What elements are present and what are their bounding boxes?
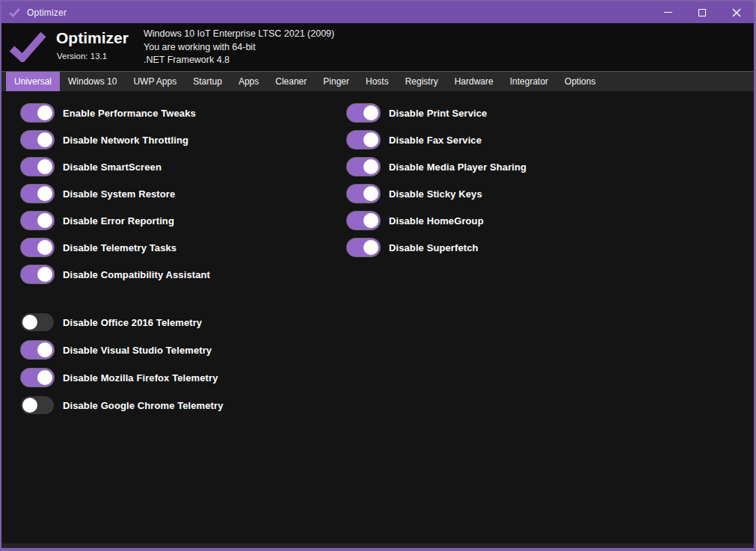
toggle-row: Disable Compatibility Assistant [21,265,210,283]
toggle-knob [37,267,52,282]
toggle-label: Disable Compatibility Assistant [63,269,210,280]
toggle-label: Disable Mozilla Firefox Telemetry [63,372,218,384]
toggle-knob [363,240,378,255]
toggle-knob [363,105,378,120]
minimize-icon [664,12,672,13]
toggle-row: Disable Error Reporting [21,212,210,230]
tab-startup[interactable]: Startup [185,72,230,91]
minimize-button[interactable] [651,1,685,23]
tweaks-group-primary: Enable Performance Tweaks Disable Networ… [21,104,210,292]
toggle-row: Disable System Restore [21,185,210,203]
toggle-row: Disable SmartScreen [21,158,210,176]
system-info-arch: You are working with 64-bit [144,41,334,55]
tweaks-group-services: Disable Print Service Disable Fax Servic… [347,104,526,265]
toggle-label: Disable Visual Studio Telemetry [63,345,212,356]
app-title: Optimizer [56,29,129,47]
toggle-label: Disable Google Chrome Telemetry [63,400,224,411]
toggle-knob [37,213,52,228]
toggle-label: Disable SmartScreen [63,161,162,173]
window-inner: Optimizer Optimizer Version: 13.1 Window… [1,1,754,548]
optimizer-window: Optimizer Optimizer Version: 13.1 Window… [0,0,756,551]
toggle-row: Disable Visual Studio Telemetry [21,341,224,359]
check-icon [9,7,20,17]
toggle-knob [363,132,378,147]
tab-uwp-apps[interactable]: UWP Apps [125,72,185,91]
toggle-label: Disable Superfetch [389,242,479,253]
tab-windows-10[interactable]: Windows 10 [60,72,125,91]
toggle-switch[interactable] [347,238,380,256]
toggle-switch[interactable] [21,131,54,149]
toggle-switch[interactable] [21,158,54,176]
tab-pinger[interactable]: Pinger [315,72,357,91]
toggle-switch[interactable] [21,341,54,359]
window-controls [651,1,754,23]
toggle-knob [37,342,52,357]
toggle-knob [37,240,52,255]
toggle-label: Disable HomeGroup [389,215,484,227]
tab-universal[interactable]: Universal [6,72,60,91]
system-info-os: Windows 10 IoT Enterprise LTSC 2021 (200… [144,28,334,41]
toggle-row: Disable Google Chrome Telemetry [21,396,224,414]
toggle-knob [37,186,52,201]
toggle-row: Disable Sticky Keys [347,185,526,203]
app-version: Version: 13.1 [57,52,107,61]
header: Optimizer Version: 13.1 Windows 10 IoT E… [1,23,754,71]
toggle-label: Enable Performance Tweaks [63,108,196,119]
toggle-switch[interactable] [21,104,54,122]
toggle-label: Disable System Restore [63,188,175,200]
tab-cleaner[interactable]: Cleaner [267,72,315,91]
tab-hardware[interactable]: Hardware [446,72,502,91]
toggle-knob [37,159,52,174]
toggle-row: Disable Network Throttling [21,131,210,149]
toggle-switch[interactable] [347,158,380,176]
toggle-row: Disable Fax Service [347,131,526,149]
tab-apps[interactable]: Apps [230,72,267,91]
tab-bar: Universal Windows 10 UWP Apps Startup Ap… [1,71,754,91]
toggle-switch[interactable] [21,238,54,256]
system-info-dotnet: .NET Framework 4.8 [144,54,334,67]
toggle-switch[interactable] [21,396,54,414]
tab-options[interactable]: Options [556,72,603,91]
toggle-row: Enable Performance Tweaks [21,104,210,122]
toggle-row: Disable Telemetry Tasks [21,238,210,256]
close-icon [732,8,741,17]
toggle-knob [37,105,52,120]
universal-tab-page: Enable Performance Tweaks Disable Networ… [1,91,754,548]
app-logo-check-icon [9,31,46,62]
titlebar: Optimizer [1,1,754,23]
toggle-knob [363,159,378,174]
bottom-strip [1,544,754,548]
toggle-row: Disable Office 2016 Telemetry [21,313,224,331]
toggle-switch[interactable] [347,185,380,203]
tab-integrator[interactable]: Integrator [502,72,556,91]
toggle-label: Disable Network Throttling [63,135,188,146]
tab-registry[interactable]: Registry [397,72,446,91]
toggle-label: Disable Error Reporting [63,215,174,227]
toggle-label: Disable Media Player Sharing [389,161,526,173]
toggle-switch[interactable] [21,212,54,230]
toggle-label: Disable Print Service [389,108,487,119]
toggle-label: Disable Telemetry Tasks [63,242,176,253]
toggle-switch[interactable] [347,131,380,149]
toggle-switch[interactable] [21,265,54,283]
toggle-label: Disable Office 2016 Telemetry [63,317,202,328]
toggle-switch[interactable] [21,313,54,331]
toggle-knob [363,213,378,228]
close-button[interactable] [719,1,754,23]
toggle-switch[interactable] [347,212,380,230]
toggle-label: Disable Fax Service [389,135,482,146]
toggle-switch[interactable] [21,369,54,387]
tab-hosts[interactable]: Hosts [357,72,397,91]
system-info: Windows 10 IoT Enterprise LTSC 2021 (200… [144,28,334,67]
toggle-knob [37,132,52,147]
tweaks-group-telemetry: Disable Office 2016 Telemetry Disable Vi… [21,313,224,424]
toggle-row: Disable Superfetch [347,238,526,256]
toggle-row: Disable Media Player Sharing [347,158,526,176]
toggle-knob [22,315,37,330]
toggle-row: Disable HomeGroup [347,212,526,230]
toggle-knob [37,370,52,385]
maximize-button[interactable] [685,1,719,23]
toggle-switch[interactable] [21,185,54,203]
toggle-switch[interactable] [347,104,380,122]
window-title: Optimizer [27,7,67,18]
